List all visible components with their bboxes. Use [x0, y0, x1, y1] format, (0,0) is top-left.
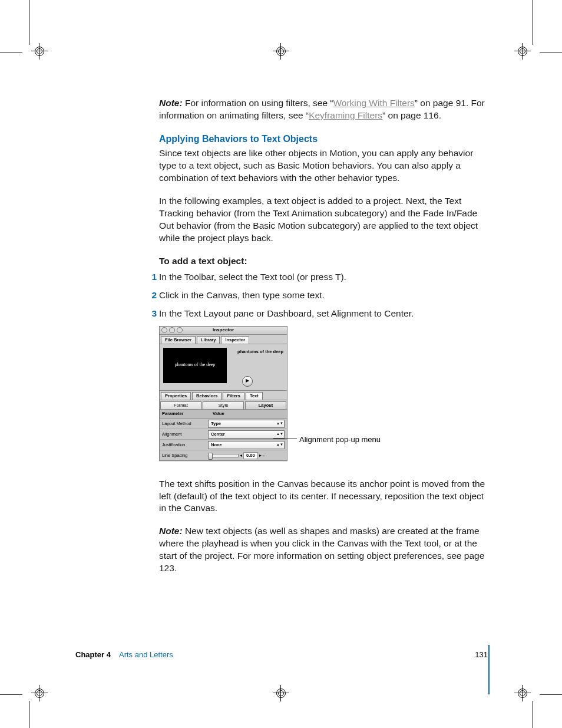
step-text: ). [340, 272, 346, 282]
tab-file-browser[interactable]: File Browser [161, 336, 196, 344]
slider-track[interactable] [208, 454, 239, 457]
step-item: 1 In the Toolbar, select the Text tool (… [159, 271, 486, 284]
tab-behaviors[interactable]: Behaviors [192, 392, 222, 400]
preview-thumbnail: phantoms of the deep [163, 348, 227, 383]
note-paragraph: Note: New text objects (as well as shape… [159, 525, 486, 575]
footer-chapter: Chapter 4 [75, 650, 111, 659]
param-header-row: Parameter Value [160, 410, 287, 419]
popup-value: None [211, 442, 222, 448]
tab-filters[interactable]: Filters [223, 392, 244, 400]
crop-mark [540, 694, 562, 695]
param-label: Line Spacing [160, 453, 208, 459]
window-titlebar: Inspector [160, 327, 287, 335]
note-text: New text objects (as well as shapes and … [159, 526, 484, 573]
run-in-label: To add a text object: [159, 256, 247, 266]
step-item: 3 In the Text Layout pane or Dashboard, … [159, 308, 486, 320]
header-value: Value [210, 410, 227, 418]
param-label: Alignment [160, 431, 208, 437]
stepper-left-icon[interactable]: ◂ [240, 453, 242, 459]
sub-tabs: Format Style Layout [160, 400, 287, 410]
popup-value: Center [211, 431, 225, 437]
tab-inspector[interactable]: Inspector [221, 336, 249, 344]
line-spacing-slider[interactable]: ◂ 0.00 ▸ – [208, 452, 285, 459]
tab-properties[interactable]: Properties [161, 392, 191, 400]
crop-mark [0, 694, 22, 695]
registration-mark [33, 45, 46, 58]
section-heading: Applying Behaviors to Text Objects [159, 133, 486, 146]
note-label: Note: [159, 526, 183, 536]
callout-line [273, 439, 297, 439]
crop-mark [0, 52, 22, 52]
note-paragraph: Note: For information on using filters, … [159, 97, 486, 122]
subtab-layout[interactable]: Layout [245, 401, 286, 409]
param-label: Layout Method [160, 421, 208, 427]
registration-mark [33, 687, 46, 700]
crop-mark [29, 701, 29, 728]
side-rule [488, 645, 490, 694]
body-paragraph: In the following examples, a text object… [159, 195, 486, 245]
figure: Inspector File Browser Library Inspector… [159, 326, 486, 467]
slider-value[interactable]: 0.00 [243, 452, 258, 459]
subtab-format[interactable]: Format [160, 401, 201, 409]
stepper-right-icon[interactable]: ▸ [259, 453, 262, 459]
step-item: 2 Click in the Canvas, then type some te… [159, 289, 486, 302]
param-row: Justification None▲▼ [160, 440, 287, 450]
stepper-icon: ▲▼ [277, 431, 283, 438]
note-text: ” on page 116. [382, 110, 441, 120]
play-icon[interactable]: ▶ [242, 376, 253, 387]
registration-mark [275, 45, 287, 58]
crop-mark [533, 0, 533, 45]
preview-label: phantoms of the deep [237, 349, 283, 355]
step-number: 2 [148, 289, 157, 302]
stepper-icon: ▲▼ [277, 442, 283, 449]
window-title: Inspector [160, 327, 287, 334]
page-footer: Chapter 4 Arts and Letters 131 [75, 650, 488, 659]
justification-popup[interactable]: None▲▼ [208, 441, 285, 449]
popup-value: Type [211, 421, 221, 427]
header-parameter: Parameter [160, 410, 210, 418]
registration-mark [516, 687, 529, 700]
preview-area: phantoms of the deep phantoms of the dee… [160, 344, 287, 391]
body-paragraph: Since text objects are like other object… [159, 147, 486, 185]
xref-link[interactable]: Working With Filters [333, 98, 414, 108]
tab-library[interactable]: Library [197, 336, 220, 344]
param-row: Layout Method Type▲▼ [160, 419, 287, 429]
crop-mark [540, 52, 562, 52]
step-text: In the Toolbar, select the Text tool (or… [159, 272, 335, 282]
registration-mark [275, 687, 287, 700]
body-paragraph: The text shifts position in the Canvas b… [159, 478, 486, 515]
xref-link[interactable]: Keyframing Filters [309, 110, 382, 120]
param-label: Justification [160, 442, 208, 448]
step-text: Click in the Canvas, then type some text… [159, 290, 325, 300]
step-number: 3 [148, 308, 157, 320]
run-in-head: To add a text object: [159, 255, 486, 268]
callout-label: Alignment pop-up menu [299, 434, 381, 445]
layout-method-popup[interactable]: Type▲▼ [208, 420, 285, 428]
steps-list: 1 In the Toolbar, select the Text tool (… [159, 271, 486, 320]
note-label: Note: [159, 98, 183, 108]
step-text: In the Text Layout pane or Dashboard, se… [159, 308, 414, 318]
param-row: Alignment Center▲▼ [160, 429, 287, 440]
content-column: Note: For information on using filters, … [159, 97, 486, 585]
disclosure-icon[interactable]: – [263, 453, 265, 459]
stepper-icon: ▲▼ [277, 420, 283, 427]
subtab-style[interactable]: Style [203, 401, 244, 409]
step-number: 1 [148, 271, 157, 284]
top-tabs: File Browser Library Inspector [160, 335, 287, 344]
alignment-popup[interactable]: Center▲▼ [208, 430, 285, 439]
crop-mark [29, 0, 29, 45]
crop-mark [533, 701, 533, 728]
page: { "note1": { "label": "Note:", "pre": " … [0, 0, 562, 728]
note-text: For information on using filters, see “ [183, 98, 333, 108]
registration-mark [516, 45, 529, 58]
mid-tabs: Properties Behaviors Filters Text [160, 391, 287, 400]
footer-page-number: 131 [475, 650, 488, 659]
footer-title: Arts and Letters [119, 650, 173, 659]
inspector-window: Inspector File Browser Library Inspector… [159, 326, 287, 462]
slider-knob[interactable] [208, 453, 213, 460]
tab-text[interactable]: Text [246, 392, 263, 400]
param-row: Line Spacing ◂ 0.00 ▸ – [160, 450, 287, 460]
